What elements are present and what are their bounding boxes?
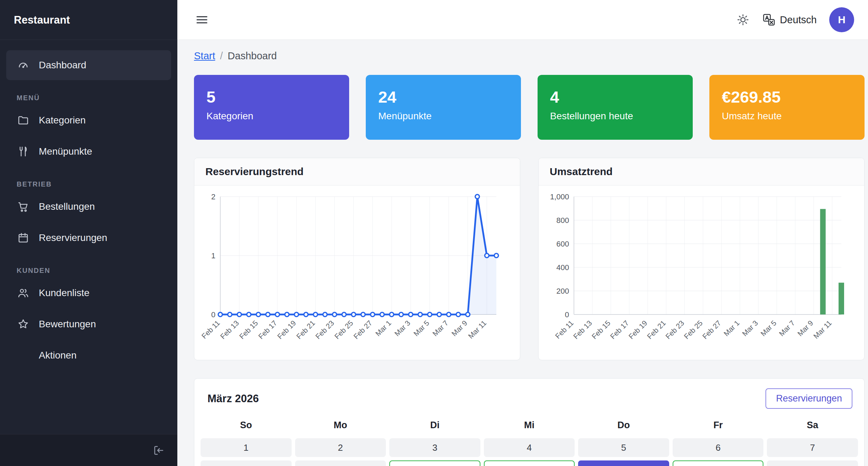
breadcrumb-link-start[interactable]: Start <box>194 50 215 62</box>
sidebar-section-kunden: KUNDEN <box>17 267 161 275</box>
stat-card-menuepunkte: 24 Menüpunkte <box>366 75 521 140</box>
calendar-icon <box>17 231 30 244</box>
sidebar-item-kundenliste[interactable]: Kundenliste <box>6 278 171 308</box>
stat-label: Kategorien <box>206 111 337 122</box>
chart-title-umsatztrend: Umsatztrend <box>539 158 864 185</box>
svg-text:800: 800 <box>556 216 569 225</box>
calendar-day-3[interactable]: 3 <box>389 438 480 457</box>
calendar-day-9[interactable]: 9 <box>295 460 386 466</box>
utensils-icon <box>17 145 30 158</box>
sidebar-item-label: Dashboard <box>39 60 86 71</box>
translate-icon <box>762 13 776 27</box>
stat-label: Menüpunkte <box>378 111 508 122</box>
sidebar-item-label: Menüpunkte <box>39 146 92 157</box>
calendar-day-6[interactable]: 6 <box>673 438 764 457</box>
users-icon <box>17 286 30 300</box>
sidebar-item-bewertungen[interactable]: Bewertungen <box>6 309 171 339</box>
calendar-day-14[interactable]: 14 <box>767 460 858 466</box>
calendar-day-12[interactable]: 12 <box>578 460 669 466</box>
svg-text:Mar 7: Mar 7 <box>431 319 450 338</box>
sidebar-item-kategorien[interactable]: Kategorien <box>6 105 171 135</box>
svg-text:2: 2 <box>211 192 215 201</box>
svg-text:400: 400 <box>556 263 569 272</box>
svg-text:Feb 17: Feb 17 <box>257 319 278 341</box>
calendar-day-1[interactable]: 1 <box>201 438 292 457</box>
stat-value: 24 <box>378 87 508 106</box>
folder-icon <box>17 114 30 127</box>
weekday-label: Mi <box>484 416 575 438</box>
calendar-day-2[interactable]: 2 <box>295 438 386 457</box>
revenue-trend-bar-chart: 02004006008001,000Feb 11Feb 13Feb 15Feb … <box>546 189 850 360</box>
svg-text:Feb 11: Feb 11 <box>201 319 221 340</box>
calendar-day-11[interactable]: 11 <box>484 460 575 466</box>
weekday-label: Do <box>578 416 669 438</box>
svg-text:Feb 15: Feb 15 <box>590 319 612 341</box>
sidebar-item-aktionen[interactable]: Aktionen <box>6 340 171 370</box>
language-label: Deutsch <box>780 14 817 26</box>
avatar[interactable]: H <box>829 7 854 32</box>
sidebar-item-bestellungen[interactable]: Bestellungen <box>6 192 171 222</box>
topbar-actions: Deutsch H <box>736 7 854 32</box>
sidebar-section-menu: MENÜ <box>17 94 161 102</box>
calendar-day-4[interactable]: 4 <box>484 438 575 457</box>
revenue-trend-card: Umsatztrend 02004006008001,000Feb 11Feb … <box>538 158 865 360</box>
dashboard-icon <box>17 59 30 72</box>
language-switcher[interactable]: Deutsch <box>762 13 817 27</box>
reservations-button[interactable]: Reservierungen <box>765 388 852 409</box>
main-area: Deutsch H Start / Dashboard 5 Kategorien… <box>177 0 868 466</box>
svg-text:Mar 7: Mar 7 <box>777 319 796 338</box>
empty-icon-placeholder <box>17 349 30 362</box>
svg-text:Feb 21: Feb 21 <box>295 319 317 341</box>
weekday-label: Fr <box>673 416 764 438</box>
chart-title-reservierungstrend: Reservierungstrend <box>194 158 520 185</box>
menu-toggle-icon[interactable] <box>195 12 209 27</box>
svg-text:Feb 23: Feb 23 <box>314 319 336 341</box>
breadcrumb: Start / Dashboard <box>194 50 865 62</box>
svg-text:Feb 23: Feb 23 <box>664 319 686 341</box>
weekday-label: Sa <box>767 416 858 438</box>
svg-text:1: 1 <box>211 251 215 260</box>
sidebar-item-reservierungen[interactable]: Reservierungen <box>6 223 171 253</box>
svg-text:Mar 3: Mar 3 <box>741 319 759 338</box>
svg-text:0: 0 <box>565 310 569 319</box>
theme-toggle-icon[interactable] <box>736 13 750 26</box>
svg-text:Feb 11: Feb 11 <box>553 319 575 340</box>
svg-text:Feb 25: Feb 25 <box>682 319 704 341</box>
cart-icon <box>17 200 30 213</box>
brand-title: Restaurant <box>0 0 177 40</box>
page-content: Start / Dashboard 5 Kategorien 24 Menüpu… <box>177 40 868 466</box>
weekday-label: So <box>201 416 292 438</box>
sidebar-item-label: Bestellungen <box>39 201 95 212</box>
stat-card-bestellungen-heute: 4 Bestellungen heute <box>538 75 693 140</box>
stat-value: €269.85 <box>722 87 852 106</box>
svg-text:1,000: 1,000 <box>550 192 569 201</box>
svg-text:Feb 25: Feb 25 <box>333 319 355 341</box>
svg-text:Feb 27: Feb 27 <box>352 319 374 341</box>
breadcrumb-current: Dashboard <box>228 50 277 62</box>
calendar-day-8[interactable]: 8 <box>201 460 292 466</box>
sidebar-item-dashboard[interactable]: Dashboard <box>6 50 171 80</box>
collapse-sidebar-icon[interactable] <box>152 444 165 457</box>
calendar-card: März 2026 Reservierungen So Mo Di Mi Do … <box>194 378 865 466</box>
svg-text:Feb 13: Feb 13 <box>219 319 240 341</box>
reservation-trend-card: Reservierungstrend 012Feb 11Feb 13Feb 15… <box>194 158 520 360</box>
svg-text:Mar 5: Mar 5 <box>412 319 431 338</box>
svg-text:Mar 5: Mar 5 <box>759 319 778 338</box>
svg-text:Mar 1: Mar 1 <box>374 319 392 338</box>
calendar-weekday-row: So Mo Di Mi Do Fr Sa <box>194 416 864 438</box>
calendar-day-13[interactable]: 13 <box>673 460 764 466</box>
svg-text:0: 0 <box>211 310 215 319</box>
svg-text:Feb 17: Feb 17 <box>609 319 630 341</box>
charts-row: Reservierungstrend 012Feb 11Feb 13Feb 15… <box>194 158 865 360</box>
calendar-day-7[interactable]: 7 <box>767 438 858 457</box>
calendar-day-5[interactable]: 5 <box>578 438 669 457</box>
sidebar-item-label: Bewertungen <box>39 319 96 330</box>
svg-text:Mar 1: Mar 1 <box>722 319 741 338</box>
stat-label: Bestellungen heute <box>550 111 680 122</box>
sidebar-item-menuepunkte[interactable]: Menüpunkte <box>6 137 171 166</box>
chart-body: 012Feb 11Feb 13Feb 15Feb 17Feb 19Feb 21F… <box>194 185 520 360</box>
sidebar-item-label: Kategorien <box>39 115 86 126</box>
stat-card-kategorien: 5 Kategorien <box>194 75 349 140</box>
svg-text:Mar 11: Mar 11 <box>467 319 488 340</box>
calendar-day-10[interactable]: 10 <box>389 460 480 466</box>
